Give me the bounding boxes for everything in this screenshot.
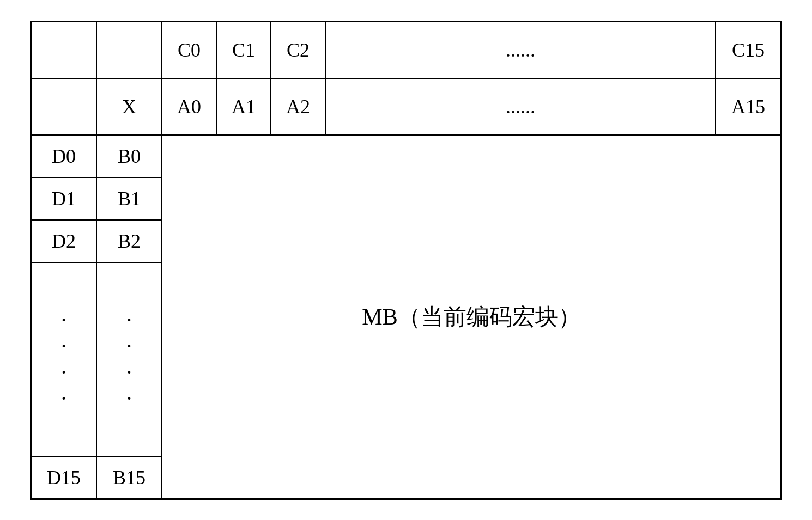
row-b-dots: · · · ·: [96, 262, 162, 456]
row-b2: B2: [96, 220, 162, 262]
header-c1: C1: [216, 22, 271, 78]
header-a1: A1: [216, 78, 271, 135]
row-d-dots: · · · ·: [31, 262, 96, 456]
header-cdots: ......: [325, 22, 716, 78]
row-d1: D1: [31, 178, 96, 220]
row-b0: B0: [96, 135, 162, 178]
header-adots: ......: [325, 78, 716, 135]
row-d2: D2: [31, 220, 96, 262]
header-a15: A15: [716, 78, 781, 135]
mb-cell: MB（当前编码宏块）: [162, 135, 781, 499]
header-r1-c1: [31, 22, 96, 78]
row-d15: D15: [31, 456, 96, 499]
header-a0: A0: [162, 78, 216, 135]
row-b1: B1: [96, 178, 162, 220]
row-b15: B15: [96, 456, 162, 499]
header-c0: C0: [162, 22, 216, 78]
header-r1-c2: [96, 22, 162, 78]
header-r2-c1: [31, 78, 96, 135]
mb-label: MB（当前编码宏块）: [362, 302, 580, 332]
header-x: X: [96, 78, 162, 135]
main-table: C0 C1 C2 ...... C15 X A0 A1 A2 ...... A1…: [30, 21, 782, 500]
row-d0: D0: [31, 135, 96, 178]
header-c15: C15: [716, 22, 781, 78]
header-a2: A2: [271, 78, 325, 135]
header-c2: C2: [271, 22, 325, 78]
